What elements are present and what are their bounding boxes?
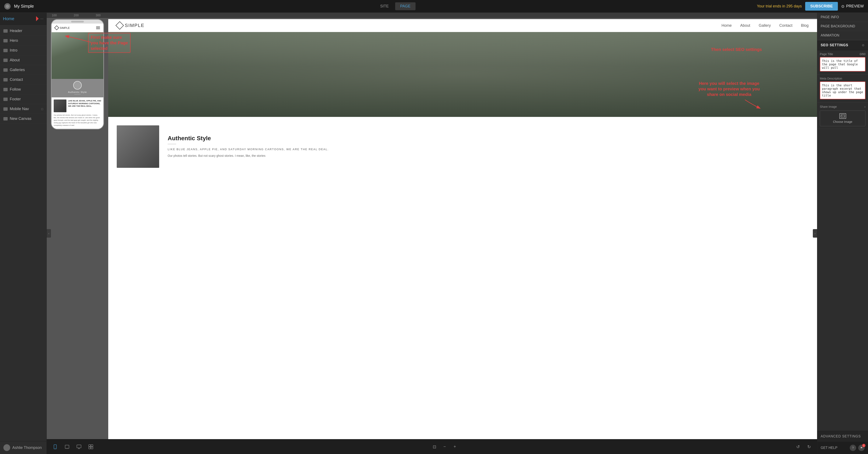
- sidebar-item-header[interactable]: Header: [0, 26, 46, 36]
- user-avatar: [3, 444, 10, 451]
- sidebar-item-new-canvas[interactable]: New Canvas: [0, 114, 46, 124]
- notification-badge: 1: [862, 444, 865, 447]
- animation-label: ANIMATION: [821, 34, 839, 37]
- seo-settings-icon: ⊙: [862, 43, 865, 47]
- app-icon: [4, 3, 10, 9]
- svg-rect-9: [91, 447, 93, 449]
- svg-rect-7: [91, 445, 93, 447]
- header-section-icon: [3, 29, 8, 33]
- mobile-nav-icon: □: [41, 107, 43, 111]
- mobile-couple-image: [54, 99, 66, 112]
- page-info-label: PAGE INFO: [821, 15, 839, 19]
- content-image: [117, 125, 159, 168]
- sidebar-item-galleries[interactable]: Galleries: [0, 65, 46, 75]
- undo-button[interactable]: ↺: [794, 443, 802, 451]
- svg-point-2: [55, 448, 55, 449]
- share-image-label-text: Share Image: [820, 105, 837, 108]
- main-layout: Home ··· Header Hero Intro About: [0, 13, 868, 454]
- site-logo-text: SIMPLE: [125, 23, 145, 28]
- sidebar-item-about[interactable]: About: [0, 55, 46, 65]
- nav-link-home[interactable]: Home: [721, 23, 732, 28]
- page-title-label-text: Page Title: [820, 53, 833, 56]
- tab-site[interactable]: SITE: [375, 2, 394, 10]
- meta-description-input[interactable]: [820, 82, 865, 99]
- tablet-view-button[interactable]: [63, 443, 71, 451]
- site-navigation: SIMPLE Home About Gallery Contact Blog: [108, 19, 817, 32]
- sidebar-item-intro[interactable]: Intro: [0, 45, 46, 55]
- sidebar-item-follow[interactable]: Follow: [0, 85, 46, 94]
- content-body-text: Our photos tell stories. But not scary g…: [168, 153, 809, 159]
- hamburger-menu[interactable]: [96, 27, 100, 29]
- home-link[interactable]: Home: [3, 17, 14, 21]
- hero-photo-layer: [108, 32, 817, 117]
- right-panel-nav: PAGE INFO PAGE BACKGROUND ANIMATION: [817, 13, 868, 40]
- content-text-column: Authentic Style LIKE BLUE JEANS, APPLE P…: [168, 135, 809, 159]
- sidebar-item-label-galleries: Galleries: [10, 68, 25, 72]
- zoom-out-button[interactable]: −: [441, 443, 448, 451]
- right-panel: PAGE INFO PAGE BACKGROUND ANIMATION SEO …: [817, 13, 868, 454]
- mobile-nav-section-icon: [3, 107, 8, 111]
- sidebar-item-label-about: About: [10, 58, 20, 62]
- svg-point-0: [6, 5, 9, 8]
- zoom-fit-button[interactable]: ⊡: [431, 443, 438, 451]
- collapse-right-icon: ›: [814, 232, 815, 235]
- top-bar-actions: Your trial ends in 295 days SUBSCRIBE ⊙ …: [757, 2, 864, 10]
- nav-link-about[interactable]: About: [740, 23, 750, 28]
- page-title-field: Page Title 0/60: [817, 50, 868, 75]
- content-divider-line: [168, 144, 176, 144]
- follow-section-icon: [3, 88, 8, 91]
- site-hero-section: [108, 32, 817, 117]
- undo-redo-controls: ↺ ↻: [794, 443, 813, 451]
- sidebar-item-label-hero: Hero: [10, 38, 18, 43]
- svg-rect-5: [77, 445, 81, 448]
- sidebar-item-footer[interactable]: Footer: [0, 94, 46, 104]
- share-image-label-row: Share Image ›: [820, 105, 865, 108]
- zoom-in-button[interactable]: +: [451, 443, 459, 451]
- page-background-nav-item[interactable]: PAGE BACKGROUND: [817, 22, 868, 31]
- page-title-counter: 0/60: [860, 53, 865, 56]
- svg-rect-8: [89, 447, 91, 449]
- sidebar-item-label-follow: Follow: [10, 87, 21, 92]
- mobile-logo-text: SIMPLE: [60, 26, 70, 30]
- meta-description-label-text: Meta Description: [820, 77, 842, 80]
- share-image-section: Share Image › Choose Image: [817, 102, 868, 129]
- seo-settings-header: SEO SETTINGS ⊙: [817, 40, 868, 50]
- sidebar-item-mobile-nav[interactable]: Mobile Nav □: [0, 104, 46, 114]
- page-title-label-row: Page Title 0/60: [820, 53, 865, 56]
- help-question-button[interactable]: ?: [850, 445, 856, 451]
- left-panel-collapse-button[interactable]: ‹: [47, 229, 51, 237]
- right-panel-collapse-button[interactable]: ›: [813, 229, 817, 237]
- sidebar-options-icon[interactable]: ···: [40, 17, 43, 21]
- nav-link-gallery[interactable]: Gallery: [759, 23, 771, 28]
- help-icons: ? ⚑ 1: [850, 445, 865, 451]
- animation-nav-item[interactable]: ANIMATION: [817, 31, 868, 40]
- nav-link-contact[interactable]: Contact: [779, 23, 793, 28]
- user-name: Ashlie Thompson: [12, 446, 42, 450]
- choose-image-button[interactable]: Choose Image: [820, 110, 865, 126]
- site-nav-links: Home About Gallery Contact Blog: [721, 23, 809, 28]
- advanced-settings-button[interactable]: ADVANCED SETTINGS: [817, 431, 868, 442]
- tab-page[interactable]: PAGE: [395, 2, 416, 10]
- sidebar-item-contact[interactable]: Contact: [0, 75, 46, 85]
- hero-section-icon: [3, 39, 8, 42]
- trial-text: Your trial ends in 295 days: [757, 4, 802, 8]
- ruler-top: 100 200 300: [47, 13, 817, 18]
- sidebar-item-hero[interactable]: Hero: [0, 36, 46, 45]
- page-title-input[interactable]: [820, 57, 865, 71]
- desktop-view-button[interactable]: [75, 443, 83, 451]
- mobile-couple-row: LIKE BLUE JEANS, APPLE PIE, AND SATURDAY…: [54, 99, 101, 112]
- redo-button[interactable]: ↻: [805, 443, 813, 451]
- mobile-view-button[interactable]: [51, 443, 59, 451]
- grid-view-button[interactable]: [87, 443, 95, 451]
- mobile-logo: SIMPLE: [55, 26, 70, 30]
- nav-link-blog[interactable]: Blog: [801, 23, 809, 28]
- get-help-area: GET HELP ? ⚑ 1: [817, 442, 868, 454]
- mobile-subtitle-text: Authentic Style: [54, 91, 101, 93]
- page-info-nav-item[interactable]: PAGE INFO: [817, 13, 868, 22]
- sidebar-item-label-mobile-nav: Mobile Nav: [10, 107, 29, 111]
- svg-rect-6: [89, 445, 91, 447]
- new-canvas-section-icon: [3, 117, 8, 121]
- user-profile[interactable]: Ashlie Thompson: [0, 441, 46, 454]
- subscribe-button[interactable]: SUBSCRIBE: [805, 2, 838, 10]
- preview-button[interactable]: ⊙ PREVIEW: [841, 4, 864, 9]
